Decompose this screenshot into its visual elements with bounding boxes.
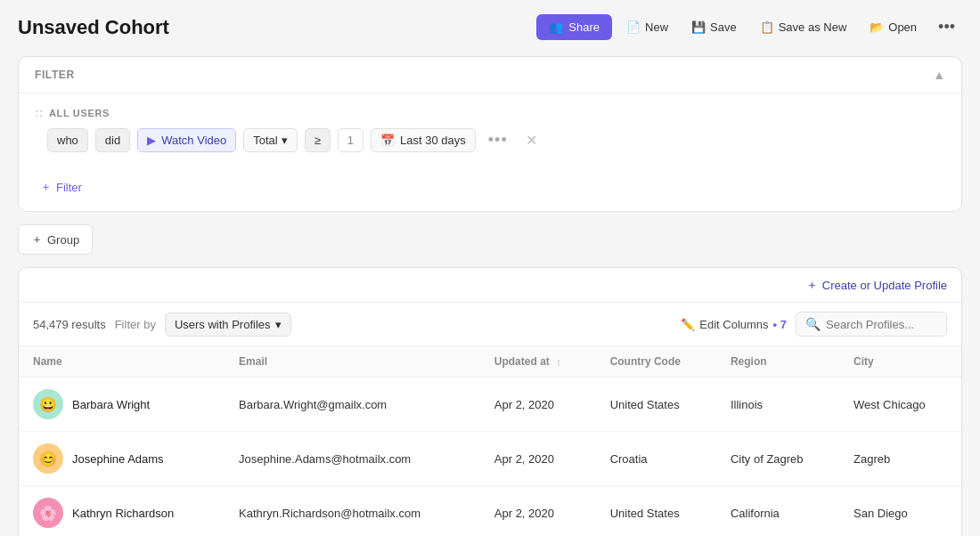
- cell-name-0: 😀 Barbara Wright: [19, 378, 225, 432]
- page-title: Unsaved Cohort: [18, 16, 169, 39]
- cell-email-0: Barbara.Wright@gmailx.com: [225, 378, 480, 432]
- cell-name-1: 😊 Josephine Adams: [19, 432, 225, 486]
- search-profiles-input[interactable]: [826, 318, 937, 331]
- save-as-new-button[interactable]: 📋 Save as New: [751, 15, 856, 39]
- plus-icon: ＋: [40, 179, 52, 195]
- create-profile-button[interactable]: ＋ Create or Update Profile: [806, 277, 947, 293]
- edit-columns-button[interactable]: ✏️ Edit Columns • 7: [681, 318, 787, 331]
- filter-collapse-button[interactable]: ▲: [933, 68, 945, 82]
- cell-city-1: Zagreb: [839, 432, 961, 486]
- table-row[interactable]: 😊 Josephine Adams Josephine.Adams@hotmai…: [19, 432, 961, 486]
- header-actions: 👥 Share 📄 New 💾 Save 📋 Save as New 📂 Ope…: [536, 14, 962, 40]
- filter-body: :: ALL USERS who did ▶ Watch Video Total…: [19, 93, 961, 166]
- filter-row-more-button[interactable]: •••: [483, 129, 513, 151]
- cell-date-2: Apr 2, 2020: [480, 486, 596, 537]
- filter-gte-tag: ≥: [305, 128, 331, 152]
- cell-city-2: San Diego: [839, 486, 961, 537]
- results-top-bar: ＋ Create or Update Profile: [19, 268, 961, 303]
- page-header: Unsaved Cohort 👥 Share 📄 New 💾 Save 📋 Sa…: [18, 14, 962, 40]
- col-header-email: Email: [225, 346, 480, 378]
- filter-total-select[interactable]: Total ▾: [243, 128, 297, 152]
- filter-delete-button[interactable]: ✕: [520, 130, 543, 150]
- cell-country-2: United States: [596, 486, 716, 537]
- results-left: 54,479 results Filter by Users with Prof…: [33, 313, 291, 337]
- add-group-button[interactable]: ＋ Group: [18, 224, 93, 255]
- cell-country-1: Croatia: [596, 432, 716, 486]
- sort-icon: ↕: [556, 356, 561, 367]
- avatar: 🌸: [33, 498, 63, 528]
- save-button[interactable]: 💾 Save: [682, 15, 746, 39]
- filter-who-tag: who: [47, 128, 88, 152]
- filter-by-label: Filter by: [115, 318, 156, 331]
- save-as-new-icon: 📋: [760, 20, 774, 34]
- col-header-updated: Updated at ↕: [480, 346, 596, 378]
- share-button[interactable]: 👥 Share: [536, 14, 612, 40]
- filter-header: Filter ▲: [19, 57, 961, 93]
- user-name: Barbara Wright: [72, 398, 150, 411]
- cell-country-0: United States: [596, 378, 716, 432]
- results-section: ＋ Create or Update Profile 54,479 result…: [18, 267, 962, 536]
- share-icon: 👥: [549, 20, 563, 34]
- table-header-row: Name Email Updated at ↕ Country Code Reg…: [19, 346, 961, 378]
- cell-region-2: California: [716, 486, 839, 537]
- cell-name-2: 🌸 Kathryn Richardson: [19, 486, 225, 537]
- filter-by-select[interactable]: Users with Profiles ▾: [165, 313, 291, 337]
- video-icon: ▶: [147, 134, 156, 147]
- drag-icon: ::: [35, 106, 44, 119]
- results-count: 54,479 results: [33, 318, 106, 331]
- filter-did-tag[interactable]: did: [95, 128, 130, 152]
- cell-email-1: Josephine.Adams@hotmailx.com: [225, 432, 480, 486]
- new-icon: 📄: [626, 20, 641, 34]
- search-profiles-input-wrap[interactable]: 🔍: [796, 312, 947, 337]
- cell-city-0: West Chicago: [839, 378, 961, 432]
- plus-icon: ＋: [806, 277, 818, 293]
- save-icon: 💾: [691, 20, 706, 34]
- user-name: Kathryn Richardson: [72, 507, 174, 520]
- calendar-icon: 📅: [380, 134, 395, 147]
- filter-row: who did ▶ Watch Video Total ▾ ≥ 1 📅 Last…: [35, 128, 945, 152]
- filter-title: Filter: [35, 69, 75, 81]
- open-icon: 📂: [870, 20, 884, 34]
- search-icon: 🔍: [805, 317, 821, 331]
- cell-date-1: Apr 2, 2020: [480, 432, 596, 486]
- chevron-down-icon: ▾: [275, 318, 282, 331]
- edit-columns-count: • 7: [773, 318, 787, 331]
- cell-region-1: City of Zagreb: [716, 432, 839, 486]
- cell-email-2: Kathryn.Richardson@hotmailx.com: [225, 486, 480, 537]
- new-button[interactable]: 📄 New: [617, 15, 677, 39]
- avatar: 😊: [33, 443, 63, 474]
- filter-footer: ＋ Filter: [19, 166, 961, 211]
- filter-number-field[interactable]: 1: [338, 128, 363, 152]
- filter-date-tag[interactable]: 📅 Last 30 days: [371, 128, 476, 152]
- cell-date-0: Apr 2, 2020: [480, 378, 596, 432]
- more-options-button[interactable]: •••: [931, 14, 962, 40]
- results-bar: 54,479 results Filter by Users with Prof…: [19, 303, 961, 346]
- chevron-down-icon: ▾: [282, 134, 288, 147]
- col-header-name: Name: [19, 346, 225, 378]
- all-users-label: :: ALL USERS: [35, 106, 945, 119]
- add-filter-button[interactable]: ＋ Filter: [35, 175, 87, 199]
- plus-icon: ＋: [31, 231, 43, 248]
- results-right: ✏️ Edit Columns • 7 🔍: [681, 312, 947, 337]
- edit-icon: ✏️: [681, 318, 695, 331]
- open-button[interactable]: 📂 Open: [861, 15, 926, 39]
- avatar: 😀: [33, 389, 63, 419]
- filter-event-tag[interactable]: ▶ Watch Video: [137, 128, 236, 152]
- filter-card: Filter ▲ :: ALL USERS who did ▶ Watch Vi…: [18, 56, 962, 212]
- col-header-region: Region: [716, 346, 839, 378]
- user-name: Josephine Adams: [72, 452, 164, 466]
- add-group-section: ＋ Group: [18, 224, 962, 255]
- col-header-city: City: [839, 346, 961, 378]
- col-header-country: Country Code: [596, 346, 716, 378]
- cell-region-0: Illinois: [716, 378, 839, 432]
- users-table: Name Email Updated at ↕ Country Code Reg…: [19, 346, 961, 536]
- table-row[interactable]: 😀 Barbara Wright Barbara.Wright@gmailx.c…: [19, 378, 961, 432]
- table-row[interactable]: 🌸 Kathryn Richardson Kathryn.Richardson@…: [19, 486, 961, 537]
